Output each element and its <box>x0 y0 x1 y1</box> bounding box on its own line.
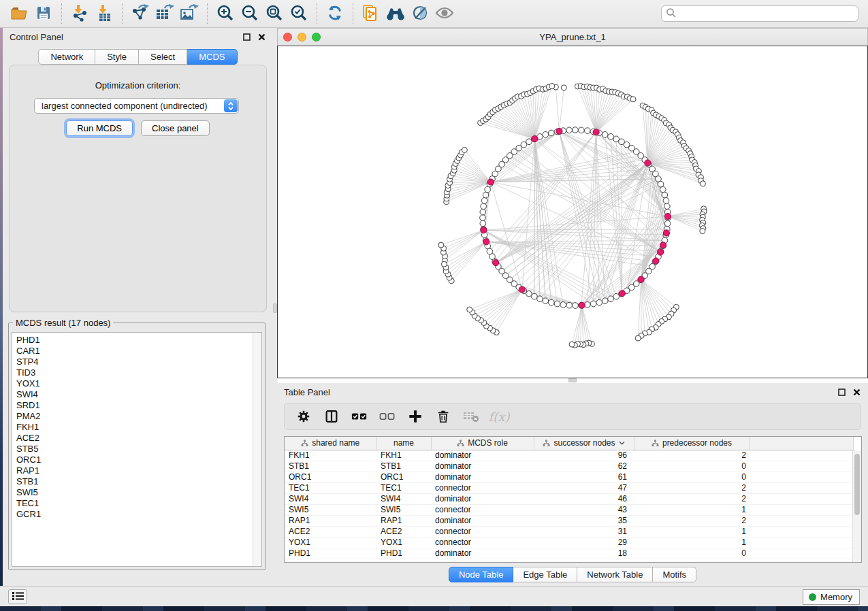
deselect-all-icon[interactable] <box>379 408 396 425</box>
horizontal-splitter[interactable] <box>277 378 868 383</box>
memory-button[interactable]: Memory <box>803 589 860 605</box>
mcds-result-item[interactable]: STB1 <box>16 476 253 487</box>
graph-node[interactable] <box>608 296 614 302</box>
graph-node[interactable] <box>602 132 608 138</box>
mcds-result-item[interactable]: STP4 <box>16 357 253 367</box>
cell-name[interactable]: ORC1 <box>376 472 431 482</box>
cell-successor-nodes[interactable]: 61 <box>534 472 634 482</box>
graph-node[interactable] <box>480 215 486 221</box>
cell-shared-name[interactable]: TEC1 <box>285 482 376 493</box>
delete-column-icon[interactable] <box>435 408 451 425</box>
cell-shared-name[interactable]: STB1 <box>285 461 376 472</box>
float-panel-icon[interactable] <box>242 33 251 42</box>
mcds-result-item[interactable]: ORC1 <box>16 455 253 465</box>
cell-name[interactable]: STB1 <box>376 461 431 472</box>
graph-node[interactable] <box>532 293 538 299</box>
search-box[interactable] <box>661 5 858 22</box>
graph-node[interactable] <box>579 127 585 133</box>
graph-node[interactable] <box>585 128 591 134</box>
mcds-node[interactable] <box>487 179 494 185</box>
graph-node[interactable] <box>573 127 579 133</box>
table-row[interactable]: ACE2ACE2connector311 <box>285 526 854 537</box>
cell-shared-name[interactable]: ACE2 <box>285 526 376 537</box>
table-row[interactable]: PHD1PHD1dominator180 <box>285 548 854 559</box>
graph-node[interactable] <box>560 302 566 308</box>
tab-node-table[interactable]: Node Table <box>449 567 514 582</box>
cell-predecessor-nodes[interactable]: 1 <box>634 526 750 537</box>
mcds-node[interactable] <box>658 249 664 255</box>
mcds-node[interactable] <box>556 128 562 134</box>
binoculars-button[interactable] <box>383 3 408 24</box>
graph-node[interactable] <box>635 335 641 341</box>
open-session-button[interactable] <box>7 3 31 24</box>
select-all-icon[interactable] <box>351 408 368 425</box>
cell-mcds-role[interactable]: dominator <box>431 450 534 461</box>
cell-predecessor-nodes[interactable]: 1 <box>634 537 750 548</box>
graph-node[interactable] <box>700 181 705 186</box>
gear-icon[interactable] <box>295 408 312 425</box>
cell-successor-nodes[interactable]: 47 <box>534 482 634 493</box>
graph-node[interactable] <box>543 132 549 138</box>
zoom-fit-button[interactable] <box>262 3 287 24</box>
cell-name[interactable]: YOX1 <box>376 537 431 548</box>
mcds-result-item[interactable]: TEC1 <box>16 498 253 509</box>
cell-mcds-role[interactable]: connector <box>431 537 534 548</box>
graph-node[interactable] <box>613 136 620 142</box>
cell-name[interactable]: RAP1 <box>376 515 431 526</box>
mcds-node[interactable] <box>579 302 585 308</box>
graph-node[interactable] <box>441 261 447 267</box>
mcds-result-item[interactable]: SRD1 <box>16 400 253 411</box>
graph-node[interactable] <box>481 198 487 204</box>
cell-shared-name[interactable]: SWI5 <box>285 504 376 515</box>
graph-node[interactable] <box>549 84 555 89</box>
mcds-result-item[interactable]: YOX1 <box>16 378 253 389</box>
mcds-node[interactable] <box>664 213 671 219</box>
table-row[interactable]: FKH1FKH1dominator962 <box>285 450 854 461</box>
table-row[interactable]: ORC1ORC1dominator610 <box>285 472 854 482</box>
run-mcds-button[interactable]: Run MCDS <box>66 120 133 136</box>
graph-node[interactable] <box>663 198 669 204</box>
cell-successor-nodes[interactable]: 29 <box>534 537 634 548</box>
network-view[interactable] <box>277 46 868 378</box>
column-header-predecessor-nodes[interactable]: predecessor nodes <box>634 437 750 450</box>
column-header-successor-nodes[interactable]: successor nodes <box>534 437 634 450</box>
cell-successor-nodes[interactable]: 96 <box>534 450 634 461</box>
column-header-shared-name[interactable]: shared name <box>285 437 376 450</box>
mcds-node[interactable] <box>638 276 644 282</box>
add-column-icon[interactable] <box>407 408 423 425</box>
mcds-result-item[interactable]: SWI5 <box>16 487 253 498</box>
table-scrollbar-thumb[interactable] <box>854 454 860 515</box>
cell-predecessor-nodes[interactable]: 2 <box>634 493 750 504</box>
cell-shared-name[interactable]: RAP1 <box>285 515 376 526</box>
graph-node[interactable] <box>613 293 620 299</box>
graph-node[interactable] <box>630 97 636 102</box>
graph-node[interactable] <box>481 203 487 210</box>
cell-mcds-role[interactable]: connector <box>431 526 534 537</box>
cell-mcds-role[interactable]: dominator <box>431 515 534 526</box>
tab-edge-table[interactable]: Edge Table <box>513 567 577 582</box>
tab-motifs[interactable]: Motifs <box>653 567 696 582</box>
cell-mcds-role[interactable]: connector <box>431 504 534 515</box>
graph-node[interactable] <box>664 203 671 210</box>
graph-node[interactable] <box>662 192 668 198</box>
tab-style[interactable]: Style <box>95 49 139 65</box>
graph-node[interactable] <box>590 301 596 307</box>
cell-predecessor-nodes[interactable]: 0 <box>634 472 750 482</box>
graph-node[interactable] <box>658 181 664 187</box>
mcds-node[interactable] <box>619 291 625 297</box>
cell-mcds-role[interactable]: dominator <box>431 493 534 504</box>
graph-node[interactable] <box>487 248 493 254</box>
mcds-result-scrollbar[interactable] <box>253 333 261 566</box>
cell-predecessor-nodes[interactable]: 0 <box>634 548 750 559</box>
mcds-result-item[interactable]: CAR1 <box>16 346 253 357</box>
cytoscape-web-export-button[interactable] <box>359 3 383 24</box>
table-row[interactable]: RAP1RAP1dominator352 <box>285 515 854 526</box>
graph-node[interactable] <box>608 134 614 140</box>
cell-name[interactable]: TEC1 <box>376 482 431 493</box>
graph-node[interactable] <box>480 220 486 227</box>
cell-successor-nodes[interactable]: 43 <box>534 504 634 515</box>
float-panel-icon[interactable] <box>837 388 846 397</box>
mcds-result-item[interactable]: ACE2 <box>16 433 253 444</box>
zoom-in-button[interactable] <box>213 3 238 24</box>
mcds-result-item[interactable]: SWI4 <box>16 389 253 400</box>
